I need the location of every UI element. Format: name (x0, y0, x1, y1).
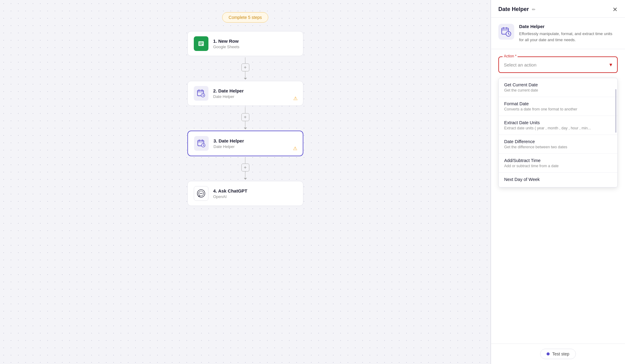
dropdown-item-2-title: Extract Date Units (504, 120, 612, 125)
node-3-warning: ⚠ (293, 146, 297, 151)
svg-point-21 (201, 193, 201, 194)
node-4-subtitle: OpenAI (213, 194, 297, 199)
svg-point-22 (201, 193, 202, 194)
node-3-title: 3. Date Helper (214, 138, 297, 143)
right-panel: Date Helper ✏ ✕ Date Helper Effortlessly… (491, 0, 625, 364)
test-step-label: Test step (552, 351, 569, 356)
connector-3: + (241, 157, 249, 180)
info-description: Effortlessly manipulate, format, and ext… (519, 31, 618, 43)
complete-steps-badge: Complete 5 steps (222, 12, 268, 23)
node-4-title: 4. Ask ChatGPT (213, 188, 297, 193)
node-4-text: 4. Ask ChatGPT OpenAI (213, 188, 297, 199)
node-3-subtitle: Date Helper (214, 144, 297, 149)
dropdown-item-0-desc: Get the current date (504, 88, 612, 92)
dropdown-item-4-title: Add/Subtract Time (504, 158, 612, 163)
info-icon-box (498, 24, 514, 40)
dropdown-item-0[interactable]: Get Current Date Get the current date (499, 78, 617, 97)
action-label: Action * (503, 54, 518, 58)
node-4-icon (194, 186, 208, 201)
node-2-warning: ⚠ (293, 96, 298, 101)
dropdown-arrow-icon: ▾ (609, 61, 612, 68)
info-section: Date Helper Effortlessly manipulate, for… (491, 18, 625, 49)
dropdown-item-3-desc: Get the difference between two dates (504, 145, 612, 149)
node-3[interactable]: 3. Date Helper Date Helper ⚠ (187, 131, 303, 156)
svg-point-20 (200, 193, 200, 194)
node-3-text: 3. Date Helper Date Helper (214, 138, 297, 149)
close-button[interactable]: ✕ (612, 6, 618, 13)
panel-footer: Test step (491, 344, 625, 364)
add-step-btn-3[interactable]: + (241, 164, 249, 171)
badge-label: Complete 5 steps (229, 15, 262, 20)
node-1-title: 1. New Row (213, 38, 297, 44)
node-1-icon (194, 36, 208, 51)
test-step-button[interactable]: Test step (540, 349, 576, 359)
node-2-subtitle: Date Helper (213, 94, 297, 99)
dropdown-item-3[interactable]: Date Difference Get the difference betwe… (499, 135, 617, 154)
node-1-subtitle: Google Sheets (213, 45, 297, 49)
action-dropdown-menu: Get Current Date Get the current date Fo… (498, 78, 618, 188)
connector-2: + (241, 107, 249, 129)
test-step-dot (547, 352, 550, 355)
dropdown-item-5-title: Next Day of Week (504, 177, 612, 182)
action-select-wrapper: Action * Select an action ▾ (498, 56, 618, 73)
node-1-text: 1. New Row Google Sheets (213, 38, 297, 49)
workflow-canvas: Complete 5 steps 1. New Row Google Sheet… (0, 0, 490, 364)
panel-body: Action * Select an action ▾ Get Current … (491, 49, 625, 344)
dropdown-item-2[interactable]: Extract Date Units Extract date units ( … (499, 116, 617, 135)
dropdown-item-2-desc: Extract date units ( year , month , day … (504, 126, 612, 130)
workflow-container: 1. New Row Google Sheets + (187, 31, 303, 206)
dropdown-item-4[interactable]: Add/Subtract Time Add or subtract time f… (499, 154, 617, 173)
panel-title-row: Date Helper ✏ (498, 6, 536, 13)
dropdown-item-5[interactable]: Next Day of Week (499, 173, 617, 187)
dropdown-item-1-title: Format Date (504, 101, 612, 106)
dropdown-item-3-title: Date Difference (504, 139, 612, 144)
node-3-icon (194, 136, 209, 151)
node-1[interactable]: 1. New Row Google Sheets (187, 31, 303, 56)
dropdown-item-0-title: Get Current Date (504, 82, 612, 87)
node-2-title: 2. Date Helper (213, 88, 297, 93)
node-2-icon (194, 86, 208, 101)
dropdown-item-1[interactable]: Format Date Converts a date from one for… (499, 97, 617, 116)
action-select-value: Select an action (504, 62, 536, 67)
edit-icon[interactable]: ✏ (532, 7, 536, 12)
svg-rect-4 (199, 45, 202, 45)
action-field-group: Action * Select an action ▾ (498, 56, 618, 73)
node-2[interactable]: 2. Date Helper Date Helper ⚠ (187, 81, 303, 106)
dropdown-scrollbar (615, 89, 616, 133)
info-text: Date Helper Effortlessly manipulate, for… (519, 24, 618, 43)
dropdown-item-1-desc: Converts a date from one format to anoth… (504, 107, 612, 111)
panel-title: Date Helper (498, 6, 529, 13)
panel-header: Date Helper ✏ ✕ (491, 0, 625, 18)
node-4[interactable]: 4. Ask ChatGPT OpenAI (187, 181, 303, 206)
dropdown-item-4-desc: Add or subtract time from a date (504, 164, 612, 168)
add-step-btn-2[interactable]: + (241, 113, 249, 121)
node-2-text: 2. Date Helper Date Helper (213, 88, 297, 99)
connector-1: + (241, 57, 249, 80)
action-select-trigger[interactable]: Select an action ▾ (499, 57, 617, 72)
info-title: Date Helper (519, 24, 618, 29)
add-step-btn-1[interactable]: + (241, 63, 249, 71)
